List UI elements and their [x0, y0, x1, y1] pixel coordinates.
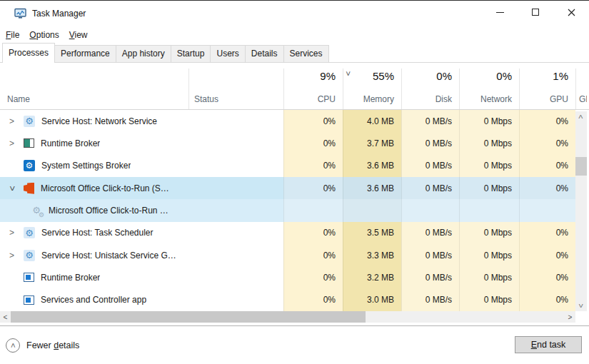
gpu-cell: 0% — [519, 155, 575, 177]
memory-cell — [343, 199, 401, 221]
horizontal-scrollbar-thumb[interactable] — [11, 311, 366, 323]
window-title: Task Manager — [32, 9, 86, 19]
process-row[interactable]: Services and Controller app 0% 3.0 MB 0 … — [0, 289, 575, 311]
scroll-up-icon[interactable]: > — [575, 111, 587, 122]
process-icon — [24, 183, 34, 194]
process-icon — [24, 295, 34, 305]
process-icon — [24, 160, 35, 171]
expand-icon[interactable]: > — [7, 116, 16, 126]
column-header-network[interactable]: 0% Network — [459, 63, 519, 109]
disk-cell — [401, 199, 459, 221]
memory-cell: 3.3 MB — [343, 244, 401, 266]
column-header-name[interactable]: Name — [7, 94, 30, 104]
network-cell: 0 Mbps — [459, 244, 519, 266]
menu-view[interactable]: View — [69, 30, 88, 40]
tab-services[interactable]: Services — [284, 45, 329, 63]
scroll-down-icon[interactable]: > — [575, 300, 587, 311]
disk-cell: 0 MB/s — [401, 155, 459, 177]
process-row[interactable]: > Microsoft Office Click-to-Run (S… 0% 3… — [0, 177, 575, 199]
cpu-cell: 0% — [283, 110, 343, 132]
close-button[interactable] — [553, 1, 589, 24]
close-icon — [568, 9, 575, 16]
tab-processes[interactable]: Processes — [2, 43, 55, 63]
tab-details[interactable]: Details — [246, 45, 284, 63]
column-header-memory[interactable]: > 55% Memory — [343, 63, 401, 109]
memory-cell: 3.2 MB — [343, 266, 401, 288]
scroll-right-icon[interactable]: > — [565, 311, 575, 323]
network-cell — [459, 199, 519, 221]
scroll-left-icon[interactable]: < — [0, 311, 11, 323]
cpu-cell: 0% — [283, 289, 343, 311]
process-name-cell: Microsoft Office Click-to-Run … — [0, 199, 283, 221]
process-icon — [24, 250, 35, 261]
column-header-gpu-engine[interactable]: GPU engine — [576, 63, 587, 109]
minimize-button[interactable] — [482, 1, 518, 24]
menu-bar: File Options View — [0, 26, 589, 44]
menu-options[interactable]: Options — [29, 30, 59, 40]
maximize-button[interactable] — [518, 1, 553, 24]
cpu-cell: 0% — [283, 222, 343, 244]
expand-icon[interactable]: > — [7, 138, 16, 148]
chevron-up-circle-icon: > — [6, 338, 20, 353]
process-name: Service Host: Unistack Service G… — [41, 251, 176, 261]
process-row[interactable]: Microsoft Office Click-to-Run … — [0, 199, 575, 221]
process-row[interactable]: System Settings Broker 0% 3.6 MB 0 MB/s … — [0, 155, 575, 177]
gpu-cell: 0% — [519, 222, 575, 244]
disk-cell: 0 MB/s — [401, 177, 459, 199]
disk-cell: 0 MB/s — [401, 266, 459, 288]
gpu-cell: 0% — [519, 244, 575, 266]
column-divider — [188, 69, 189, 109]
title-bar: Task Manager — [0, 1, 589, 26]
gpu-cell — [519, 199, 575, 221]
process-icon — [24, 116, 35, 127]
column-header-cpu[interactable]: 9% CPU — [283, 63, 343, 109]
process-name-cell: > Service Host: Task Scheduler — [0, 222, 283, 244]
column-header-disk[interactable]: 0% Disk — [401, 63, 459, 109]
footer: > Fewer details End task — [0, 326, 589, 364]
column-header-status[interactable]: Status — [194, 94, 218, 104]
end-task-button[interactable]: End task — [515, 336, 582, 353]
process-row[interactable]: > Service Host: Unistack Service G… 0% 3… — [0, 244, 575, 266]
process-name: Services and Controller app — [41, 295, 146, 305]
vertical-scrollbar[interactable]: > > — [575, 111, 587, 311]
process-name-cell: Services and Controller app — [0, 289, 283, 311]
process-row[interactable]: > Service Host: Task Scheduler 0% 3.5 MB… — [0, 222, 575, 244]
network-cell: 0 Mbps — [459, 155, 519, 177]
tab-startup[interactable]: Startup — [171, 45, 211, 63]
cpu-cell: 0% — [283, 155, 343, 177]
expand-icon[interactable]: > — [7, 251, 16, 261]
process-row[interactable]: > Runtime Broker 0% 3.7 MB 0 MB/s 0 Mbps… — [0, 132, 575, 154]
menu-file[interactable]: File — [6, 30, 19, 40]
process-icon — [31, 205, 42, 216]
process-name: Runtime Broker — [41, 273, 100, 283]
process-row[interactable]: > Service Host: Network Service 0% 4.0 M… — [0, 110, 575, 132]
tab-bar: Processes Performance App history Startu… — [0, 44, 589, 63]
column-header-gpu[interactable]: 1% GPU — [519, 63, 575, 109]
process-name-cell: Runtime Broker — [0, 266, 283, 288]
tab-users[interactable]: Users — [211, 45, 245, 63]
process-name: Service Host: Task Scheduler — [41, 228, 153, 238]
expand-icon[interactable]: > — [7, 183, 17, 193]
horizontal-scrollbar[interactable]: < > — [0, 311, 575, 323]
maximize-icon — [532, 9, 539, 16]
process-name: Microsoft Office Click-to-Run (S… — [41, 183, 169, 193]
tab-performance[interactable]: Performance — [55, 45, 116, 63]
process-list: > Service Host: Network Service 0% 4.0 M… — [0, 110, 589, 311]
memory-cell: 3.6 MB — [343, 155, 401, 177]
network-cell: 0 Mbps — [459, 110, 519, 132]
disk-cell: 0 MB/s — [401, 132, 459, 154]
process-name-cell: > Microsoft Office Click-to-Run (S… — [0, 177, 283, 199]
network-cell: 0 Mbps — [459, 289, 519, 311]
cpu-cell: 0% — [283, 244, 343, 266]
tab-app-history[interactable]: App history — [116, 45, 171, 63]
minimize-icon — [496, 12, 504, 13]
gpu-cell: 0% — [519, 110, 575, 132]
network-cell: 0 Mbps — [459, 132, 519, 154]
process-row[interactable]: Runtime Broker 0% 3.2 MB 0 MB/s 0 Mbps 0… — [0, 266, 575, 288]
gpu-cell: 0% — [519, 266, 575, 288]
vertical-scrollbar-thumb[interactable] — [575, 157, 587, 176]
cpu-cell: 0% — [283, 266, 343, 288]
fewer-details-toggle[interactable]: > Fewer details — [6, 338, 79, 353]
memory-cell: 4.0 MB — [343, 110, 401, 132]
expand-icon[interactable]: > — [7, 228, 16, 238]
